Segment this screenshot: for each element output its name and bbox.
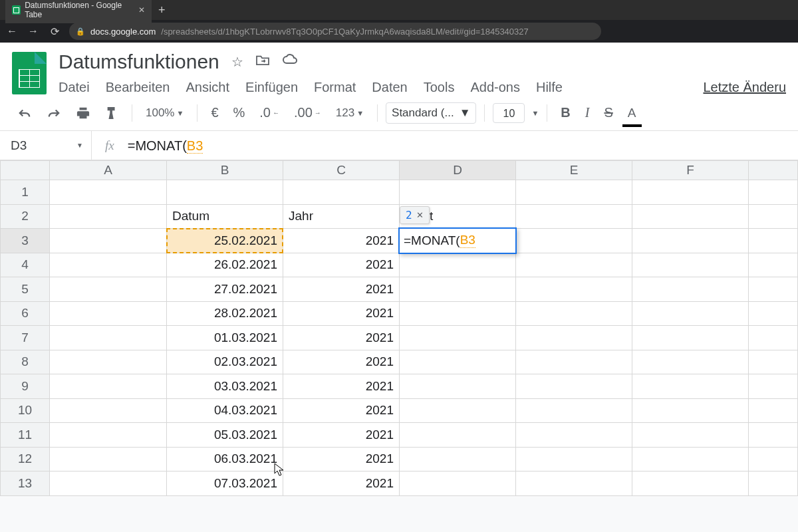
move-icon[interactable] — [255, 54, 270, 70]
cell[interactable]: 2021 — [283, 301, 400, 326]
row-9: 903.03.20212021 — [1, 374, 798, 399]
cell-C3[interactable]: 2021 — [283, 229, 400, 253]
zoom-select[interactable]: 100% ▼ — [140, 102, 189, 124]
row-header[interactable]: 12 — [1, 447, 50, 471]
increase-decimal-button[interactable]: .00→ — [289, 101, 327, 124]
menu-tools[interactable]: Tools — [424, 80, 455, 95]
menu-format[interactable]: Format — [314, 80, 356, 95]
cell-editor[interactable]: =MONAT(B3 — [398, 227, 517, 254]
row-header[interactable]: 5 — [1, 277, 50, 302]
row-4: 426.02.20212021 — [1, 253, 798, 277]
name-box[interactable]: D3 ▼ — [0, 131, 92, 160]
row-header[interactable]: 13 — [1, 471, 50, 496]
cell[interactable]: 2021 — [283, 471, 400, 496]
cell[interactable]: 2021 — [283, 447, 400, 471]
star-icon[interactable]: ☆ — [231, 54, 243, 70]
strikethrough-button[interactable]: S — [598, 101, 618, 124]
cell[interactable]: 02.03.2021 — [167, 350, 283, 374]
bold-button[interactable]: B — [555, 101, 575, 124]
row-header[interactable]: 9 — [1, 374, 50, 399]
cell[interactable]: 2021 — [283, 350, 400, 374]
col-header-C[interactable]: C — [283, 161, 400, 180]
col-header-B[interactable]: B — [167, 161, 283, 180]
row-3: 3 25.02.2021 2021 2 ✕ =MONAT(B3 — [1, 229, 798, 253]
close-preview-icon[interactable]: ✕ — [416, 210, 424, 220]
cell[interactable]: 27.02.2021 — [167, 277, 283, 302]
undo-button[interactable] — [12, 103, 37, 123]
redo-button[interactable] — [41, 103, 66, 123]
menu-daten[interactable]: Daten — [372, 80, 407, 95]
tab-close-icon[interactable]: ✕ — [138, 5, 145, 15]
col-header-overflow[interactable] — [749, 161, 798, 180]
paint-format-button[interactable] — [100, 102, 124, 124]
menu-datei[interactable]: Datei — [59, 80, 90, 95]
col-header-D[interactable]: D — [400, 161, 516, 180]
spreadsheet-grid[interactable]: A B C D E F 1 2 Datum Jahr Moat 3 25.02.… — [0, 160, 798, 496]
row-header[interactable]: 6 — [1, 301, 50, 326]
doc-title[interactable]: Datumsfunktionen — [59, 51, 219, 73]
url-host: docs.google.com — [90, 27, 156, 37]
cell-C2[interactable]: Jahr — [283, 204, 400, 229]
row-header[interactable]: 4 — [1, 253, 50, 277]
col-header-E[interactable]: E — [516, 161, 632, 180]
row-header[interactable]: 8 — [1, 350, 50, 374]
cell[interactable]: 2021 — [283, 326, 400, 350]
reload-button[interactable]: ⟳ — [48, 25, 61, 38]
cell[interactable]: 05.03.2021 — [167, 423, 283, 448]
cell[interactable]: 01.03.2021 — [167, 326, 283, 350]
font-size-caret[interactable]: ▼ — [531, 109, 539, 117]
cell[interactable]: 2021 — [283, 398, 400, 423]
print-button[interactable] — [70, 102, 96, 124]
last-edit-link[interactable]: Letzte Änderu — [703, 80, 786, 95]
sheets-favicon — [12, 5, 21, 15]
select-all-corner[interactable] — [1, 161, 50, 180]
decrease-decimal-button[interactable]: .0← — [254, 101, 285, 124]
cloud-saved-icon[interactable] — [282, 54, 298, 70]
font-size-input[interactable]: 10 — [493, 103, 525, 123]
currency-button[interactable]: € — [205, 101, 223, 124]
tab-title: Datumsfunktionen - Google Tabe — [25, 1, 134, 19]
cell[interactable]: 06.03.2021 — [167, 447, 283, 471]
browser-tab[interactable]: Datumsfunktionen - Google Tabe ✕ — [5, 0, 152, 23]
forward-button[interactable]: → — [27, 25, 40, 37]
row-header[interactable]: 3 — [1, 229, 50, 253]
row-header[interactable]: 11 — [1, 423, 50, 448]
menu-ansicht[interactable]: Ansicht — [186, 80, 229, 95]
cell[interactable]: 28.02.2021 — [167, 301, 283, 326]
cell[interactable]: 2021 — [283, 277, 400, 302]
row-header[interactable]: 1 — [1, 180, 50, 205]
cell[interactable]: 04.03.2021 — [167, 398, 283, 423]
url-box[interactable]: 🔒 docs.google.com/spreadsheets/d/1hbgKTL… — [69, 23, 601, 40]
cell[interactable]: 2021 — [283, 423, 400, 448]
row-header[interactable]: 10 — [1, 398, 50, 423]
italic-button[interactable]: I — [580, 101, 595, 124]
cell-B2[interactable]: Datum — [167, 204, 283, 229]
sheets-logo-icon[interactable] — [12, 52, 47, 94]
menu-hilfe[interactable]: Hilfe — [536, 80, 563, 95]
menu-bearbeiten[interactable]: Bearbeiten — [106, 80, 170, 95]
cell[interactable]: 2021 — [283, 253, 400, 277]
row-header[interactable]: 7 — [1, 326, 50, 350]
font-select[interactable]: Standard (...▼ — [386, 102, 476, 124]
col-header-A[interactable]: A — [50, 161, 167, 180]
formula-input[interactable]: =MONAT(B3 — [128, 138, 203, 154]
col-header-F[interactable]: F — [632, 161, 749, 180]
cell[interactable]: 2021 — [283, 374, 400, 399]
menu-einfuegen[interactable]: Einfügen — [245, 80, 298, 95]
number-format-select[interactable]: 123 ▼ — [331, 102, 369, 124]
row-7: 701.03.20212021 — [1, 326, 798, 350]
new-tab-button[interactable]: + — [152, 3, 172, 17]
cell[interactable]: 03.03.2021 — [167, 374, 283, 399]
active-cell-ref: D3 — [11, 138, 27, 153]
cell-B3[interactable]: 25.02.2021 — [167, 229, 283, 253]
menu-addons[interactable]: Add-ons — [470, 80, 520, 95]
name-box-caret-icon: ▼ — [76, 142, 83, 149]
row-header[interactable]: 2 — [1, 204, 50, 229]
cell[interactable]: 26.02.2021 — [167, 253, 283, 277]
cell-D3[interactable]: 2 ✕ =MONAT(B3 — [400, 229, 516, 253]
formula-preview-value: 2 — [406, 209, 412, 221]
cell[interactable]: 07.03.2021 — [167, 471, 283, 496]
percent-button[interactable]: % — [228, 101, 251, 124]
back-button[interactable]: ← — [5, 25, 19, 37]
text-color-button[interactable]: A — [622, 102, 642, 124]
